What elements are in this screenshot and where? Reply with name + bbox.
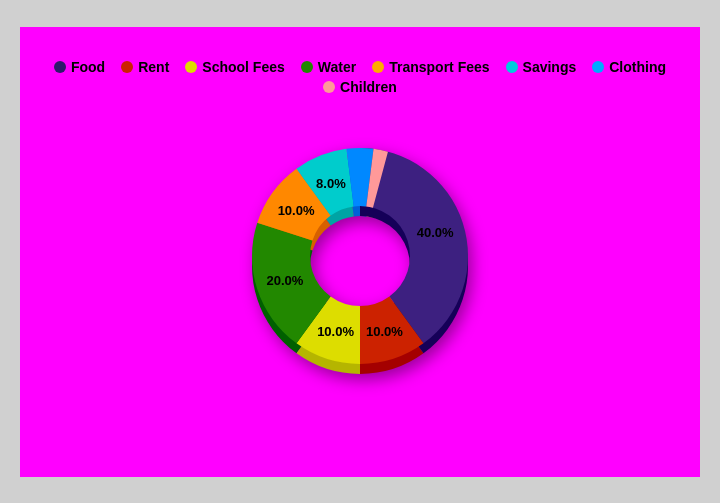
- segment-label: 10.0%: [317, 324, 354, 339]
- legend-item-clothing: Clothing: [592, 59, 666, 75]
- legend-label: Savings: [523, 59, 577, 75]
- donut-chart: 40.0%10.0%10.0%20.0%10.0%8.0%: [40, 111, 680, 391]
- legend-item-water: Water: [301, 59, 356, 75]
- legend-dot: [121, 61, 133, 73]
- legend-dot: [301, 61, 313, 73]
- legend-label: Transport Fees: [389, 59, 489, 75]
- legend-item-school-fees: School Fees: [185, 59, 284, 75]
- legend-item-food: Food: [54, 59, 105, 75]
- legend-label: School Fees: [202, 59, 284, 75]
- legend-dot: [372, 61, 384, 73]
- segment-label: 40.0%: [417, 224, 454, 239]
- segment-label: 8.0%: [316, 175, 346, 190]
- legend-dot: [506, 61, 518, 73]
- legend-label: Food: [71, 59, 105, 75]
- legend-label: Water: [318, 59, 356, 75]
- legend-item-savings: Savings: [506, 59, 577, 75]
- legend-dot: [592, 61, 604, 73]
- segment-label: 10.0%: [278, 202, 315, 217]
- legend-item-transport-fees: Transport Fees: [372, 59, 489, 75]
- legend-dot: [323, 81, 335, 93]
- chart-container: FoodRentSchool FeesWaterTransport FeesSa…: [20, 27, 700, 477]
- donut-svg: 40.0%10.0%10.0%20.0%10.0%8.0%: [190, 111, 530, 391]
- legend-label: Children: [340, 79, 397, 95]
- segment-label: 10.0%: [366, 324, 403, 339]
- legend-label: Rent: [138, 59, 169, 75]
- legend: FoodRentSchool FeesWaterTransport FeesSa…: [40, 59, 680, 95]
- legend-label: Clothing: [609, 59, 666, 75]
- legend-dot: [185, 61, 197, 73]
- legend-item-rent: Rent: [121, 59, 169, 75]
- legend-item-children: Children: [323, 79, 397, 95]
- segment-label: 20.0%: [266, 273, 303, 288]
- legend-dot: [54, 61, 66, 73]
